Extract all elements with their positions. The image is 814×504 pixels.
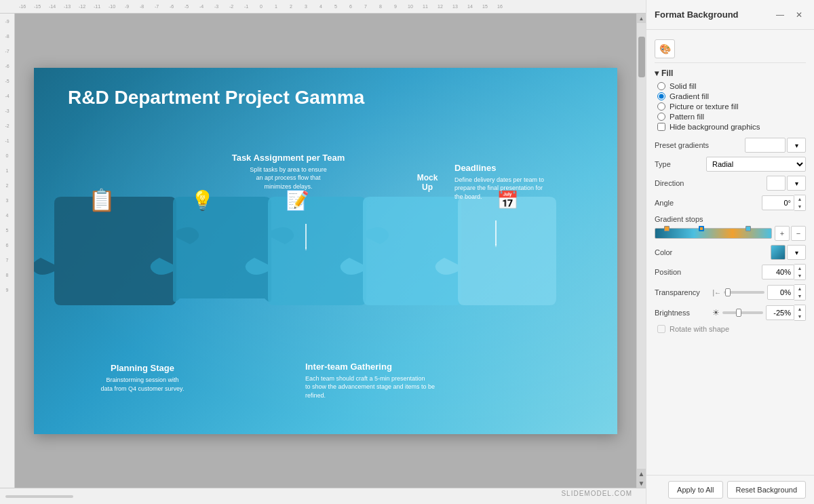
rotate-row: Rotate with shape (655, 325, 806, 333)
transparency-input[interactable] (767, 285, 794, 300)
ruler-top: -16 -15 -14 -13 -12 -11 -10 -9 -8 -7 -6 … (0, 0, 646, 14)
pattern-fill-radio[interactable] (657, 113, 665, 121)
scroll-nav-up[interactable]: ▲ (637, 469, 646, 478)
angle-down-button[interactable]: ▼ (794, 203, 805, 210)
panel-header: Format Background — ✕ (646, 0, 814, 30)
slide[interactable]: R&D Department Project Gamma (34, 68, 617, 434)
gradient-fill-option[interactable]: Gradient fill (657, 92, 806, 100)
hide-bg-label: Hide background graphics (670, 123, 760, 131)
gradient-actions: + − (775, 226, 806, 241)
gradient-stop-2[interactable] (699, 226, 704, 231)
direction-label: Direction (655, 179, 702, 187)
brightness-label: Brightness (655, 309, 702, 317)
pattern-fill-label: Pattern fill (670, 113, 704, 121)
reset-background-button[interactable]: Reset Background (727, 481, 807, 499)
inter-team-label: Inter-team Gathering Each team should cr… (305, 362, 495, 400)
position-up-button[interactable]: ▲ (794, 265, 805, 272)
angle-label: Angle (655, 199, 702, 207)
panel-close-button[interactable]: ✕ (792, 8, 806, 22)
position-label: Position (655, 268, 702, 276)
angle-spinner: ▲ ▼ (762, 195, 806, 211)
rotate-checkbox[interactable] (657, 325, 665, 333)
preset-gradient-dropdown[interactable]: ▾ (787, 138, 806, 153)
fill-radio-group: Solid fill Gradient fill Picture or text… (655, 82, 806, 131)
gradient-fill-radio[interactable] (657, 92, 665, 100)
zoom-slider[interactable] (5, 495, 73, 498)
transparency-down-button[interactable]: ▼ (794, 292, 805, 300)
brightness-down-button[interactable]: ▼ (794, 313, 805, 320)
planning-stage-label: Planning Stage Brainstorming session wit… (75, 363, 210, 393)
hide-bg-option[interactable]: Hide background graphics (657, 123, 806, 131)
angle-up-button[interactable]: ▲ (794, 195, 805, 203)
type-label: Type (655, 160, 702, 168)
scroll-nav-down[interactable]: ▼ (637, 478, 646, 488)
task-icon: 💡 (191, 189, 214, 211)
angle-row: Angle ▲ ▼ (655, 195, 806, 211)
transparency-label: Transparency (655, 288, 702, 296)
brightness-up-button[interactable]: ▲ (794, 305, 805, 313)
paint-button[interactable]: 🎨 (655, 39, 675, 58)
position-row: Position ▲ ▼ (655, 264, 806, 280)
slide-canvas-area[interactable]: R&D Department Project Gamma (15, 14, 636, 488)
transparency-slider[interactable] (724, 291, 764, 294)
panel-title: Format Background (655, 9, 768, 20)
svg-marker-3 (495, 244, 497, 248)
gradient-stops-section: Gradient stops + − (655, 215, 806, 241)
position-spinner: ▲ ▼ (762, 264, 806, 280)
gradient-stops-label: Gradient stops (655, 215, 806, 223)
planning-icon: 📋 (88, 187, 115, 213)
fill-section-label[interactable]: ▾ Fill (655, 69, 806, 78)
watermark: SLIDEMODEL.COM (561, 490, 632, 497)
preset-gradients-label: Preset gradients (655, 141, 709, 149)
transparency-up-button[interactable]: ▲ (794, 285, 805, 292)
gradient-stop-3[interactable] (745, 226, 751, 231)
solid-fill-radio[interactable] (657, 82, 665, 90)
paint-icon-row: 🎨 (655, 35, 806, 63)
hide-bg-checkbox[interactable] (657, 123, 665, 131)
pattern-fill-option[interactable]: Pattern fill (657, 113, 806, 121)
direction-dropdown[interactable]: ▾ (787, 176, 806, 191)
position-down-button[interactable]: ▼ (794, 272, 805, 279)
app-container: -16 -15 -14 -13 -12 -11 -10 -9 -8 -7 -6 … (0, 0, 814, 504)
mockup-label: MockUp (400, 173, 454, 195)
picture-fill-option[interactable]: Picture or texture fill (657, 102, 806, 111)
type-select[interactable]: Radial Linear (706, 157, 806, 172)
preset-gradient-preview[interactable] (745, 138, 786, 153)
brightness-input[interactable] (766, 305, 794, 320)
color-dropdown[interactable]: ▾ (787, 245, 806, 260)
ruler-left: -9 -8 -7 -6 -5 -4 -3 -2 -1 0 1 2 3 4 5 6 (0, 14, 15, 488)
panel-content: 🎨 ▾ Fill Solid fill Gradient fill Pict (646, 30, 814, 475)
direction-preview[interactable] (767, 176, 786, 191)
apply-to-all-button[interactable]: Apply to All (668, 481, 722, 499)
rotate-label: Rotate with shape (670, 325, 729, 333)
scroll-thumb[interactable] (638, 37, 645, 77)
brightness-slider[interactable] (722, 311, 763, 314)
solid-fill-option[interactable]: Solid fill (657, 82, 806, 90)
direction-row: Direction ▾ (655, 176, 806, 191)
brightness-icon: ☀ (712, 308, 720, 317)
vertical-scrollbar[interactable]: ▲ ▲ ▼ (636, 14, 646, 488)
transparency-spinner: ▲ ▼ (767, 284, 806, 301)
preset-gradients-row: Preset gradients ▾ (655, 138, 806, 153)
panel-collapse-button[interactable]: — (773, 8, 787, 22)
panel-footer: Apply to All Reset Background (646, 475, 814, 504)
remove-stop-button[interactable]: − (791, 226, 806, 241)
bottom-bar (0, 488, 646, 504)
transparency-row: Transparency |← ▲ ▼ (655, 284, 806, 301)
add-stop-button[interactable]: + (775, 226, 790, 241)
deadlines-label: Deadlines Define delivery dates per team… (454, 163, 583, 201)
picture-fill-label: Picture or texture fill (670, 102, 739, 111)
format-background-panel: Format Background — ✕ 🎨 ▾ Fill Solid fil… (646, 0, 814, 504)
type-row: Type Radial Linear (655, 157, 806, 172)
brightness-row: Brightness ☀ ▲ ▼ (655, 305, 806, 321)
angle-input[interactable] (762, 195, 794, 210)
fill-chevron-icon: ▾ (655, 69, 659, 78)
position-input[interactable] (762, 265, 794, 279)
color-row: Color ▾ (655, 245, 806, 260)
gradient-stop-1[interactable] (664, 226, 670, 231)
gradient-bar[interactable] (655, 228, 772, 239)
color-swatch[interactable] (771, 245, 786, 260)
scroll-up-arrow[interactable]: ▲ (637, 14, 646, 23)
picture-fill-radio[interactable] (657, 102, 665, 111)
brightness-spinner: ▲ ▼ (766, 305, 806, 321)
